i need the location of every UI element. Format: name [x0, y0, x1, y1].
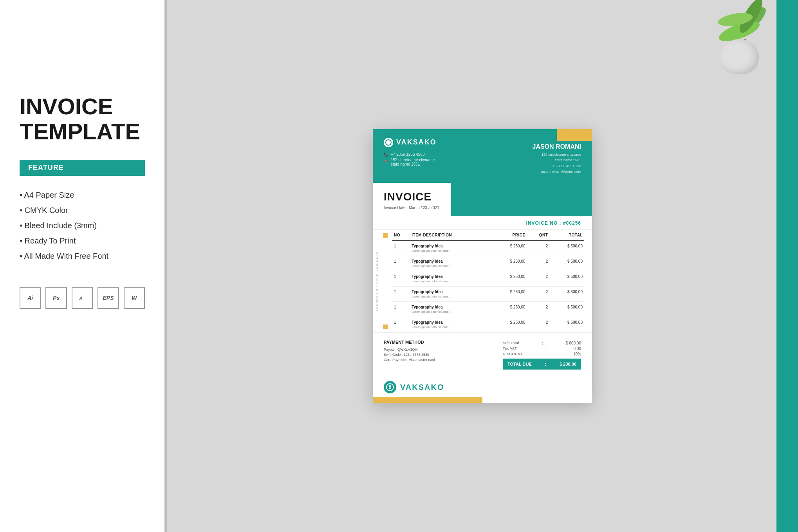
items-table: NO ITEM DESCRIPTION PRICE QNT TOTAL 1 Ty… [392, 230, 584, 332]
col-qnt: QNT [527, 230, 550, 241]
cell-no: 1 [392, 302, 410, 317]
item-desc: Lorem ipsum dolor sit amet, [412, 310, 450, 314]
payment-section: PAYMENT METHOD Paypal : QWKLA3QI4 Swift … [373, 332, 592, 376]
cell-total: $ 500,00 [549, 287, 584, 302]
col-total: TOTAL [549, 230, 584, 241]
cell-total: $ 500,00 [549, 317, 584, 332]
table-row: 1 Typography Idea Lorem ipsum dolor sit … [392, 256, 584, 271]
svg-text:A: A [79, 296, 83, 301]
svg-point-10 [389, 385, 391, 388]
item-name: Typography Idea [412, 274, 491, 279]
discount-value: 10% [573, 352, 581, 356]
invoice-title-section: INVOICE Invoice Date : March / 23 / 2021 [373, 183, 592, 216]
invoice-document: VAKSAKO 📞 +7 2356 1235 4568 📍 152 street… [373, 129, 592, 403]
cell-price: $ 250,00 [492, 256, 527, 271]
cell-total: $ 500,00 [549, 271, 584, 287]
feature-item-1: A4 Paper Size [20, 188, 145, 203]
total-label: TOTAL DUE [507, 362, 532, 366]
item-name: Typography Idea [412, 305, 491, 309]
cell-description: Typography Idea Lorem ipsum dolor sit am… [410, 287, 492, 302]
phone-icon: 📞 [384, 152, 388, 157]
cell-qnt: 2 [527, 287, 550, 302]
subtotal-colon: : [542, 341, 543, 345]
table-row: 1 Typography Idea Lorem ipsum dolor sit … [392, 241, 584, 256]
payment-left: PAYMENT METHOD Paypal : QWKLA3QI4 Swift … [384, 340, 435, 370]
item-desc: Lorem ipsum dolor sit amet, [412, 325, 450, 329]
client-name: JASON ROMANI [533, 143, 581, 150]
card-detail: Card Payment : visa,master card [384, 358, 435, 362]
cell-description: Typography Idea Lorem ipsum dolor sit am… [410, 241, 492, 256]
cell-qnt: 2 [527, 317, 550, 332]
payment-row: PAYMENT METHOD Paypal : QWKLA3QI4 Swift … [384, 340, 581, 370]
teal-edge-accent [776, 0, 798, 532]
phone-row: 📞 +7 2356 1235 4568 [384, 152, 437, 157]
tax-value: 0,00 [574, 346, 581, 351]
feature-badge: FEATURE [20, 160, 145, 176]
cell-total: $ 500,00 [549, 241, 584, 256]
sideways-text: THANKS FOR YOUR BUSINESS [376, 251, 379, 311]
title-green-bar [451, 183, 592, 216]
total-due-row: TOTAL DUE : $ 230,00 [503, 359, 581, 370]
cell-price: $ 250,00 [492, 271, 527, 287]
feature-item-4: Ready To Print [20, 233, 145, 249]
card-label: Card Payment : [384, 358, 408, 362]
date-label: Invoice Date [384, 206, 406, 210]
item-desc: Lorem ipsum dolor sit amet, [412, 295, 450, 298]
item-desc: Lorem ipsum dolor sit amet, [412, 280, 450, 283]
total-value: $ 230,00 [560, 362, 576, 366]
invoice-header: VAKSAKO 📞 +7 2356 1235 4568 📍 152 street… [373, 129, 592, 183]
subtotal-value: $ 800,00 [566, 341, 581, 345]
date-value: March / 23 / 2021 [409, 206, 439, 210]
cell-total: $ 500,00 [549, 302, 584, 317]
footer-brand-icon [384, 381, 396, 393]
svg-rect-8 [387, 141, 390, 144]
paypal-value: QWKLA3QI4 [397, 348, 418, 352]
cell-qnt: 2 [527, 271, 550, 287]
cell-qnt: 2 [527, 302, 550, 317]
vase [720, 39, 759, 74]
cell-qnt: 2 [527, 241, 550, 256]
paypal-detail: Paypal : QWKLA3QI4 [384, 348, 435, 352]
features-list: A4 Paper Size CMYK Color Bleed Include (… [20, 188, 145, 264]
bottom-yellow-accent [373, 397, 482, 403]
item-desc: Lorem ipsum dolor sit amet, [412, 249, 450, 252]
item-name: Typography Idea [412, 244, 491, 248]
invoice-number: INVOICE NO : #00256 [526, 220, 581, 226]
invoice-title-box: INVOICE Invoice Date : March / 23 / 2021 [373, 183, 451, 216]
plant-decoration [688, 0, 775, 80]
cell-description: Typography Idea Lorem ipsum dolor sit am… [410, 317, 492, 332]
table-row: 1 Typography Idea Lorem ipsum dolor sit … [392, 287, 584, 302]
table-row: 1 Typography Idea Lorem ipsum dolor sit … [392, 271, 584, 287]
address-row: 📍 152 streetname cityname,state name 256… [384, 158, 437, 166]
cell-no: 1 [392, 271, 410, 287]
acrobat-icon: A [72, 287, 93, 309]
brand-name-row: VAKSAKO [384, 138, 437, 147]
cell-price: $ 250,00 [492, 287, 527, 302]
invoice-table-section: THANKS FOR YOUR BUSINESS NO ITEM DESCRIP… [373, 230, 592, 332]
total-colon: : [545, 362, 547, 366]
yellow-square-top [383, 233, 388, 238]
discount-colon: : [547, 352, 549, 356]
invoice-table: NO ITEM DESCRIPTION PRICE QNT TOTAL 1 Ty… [389, 230, 592, 332]
invoice-title-text: INVOICE [384, 191, 440, 203]
swift-detail: Swift Code : 1234 5678 2539 [384, 353, 435, 357]
tax-colon: : [545, 346, 546, 351]
brand-name-text: VAKSAKO [396, 138, 437, 146]
client-details: 152 streetname cityname state name 2561 … [533, 152, 581, 175]
discount-label: DISCOUNT [503, 352, 523, 356]
item-name: Typography Idea [412, 259, 491, 263]
address-text: 152 streetname cityname,state name 2561 [391, 158, 436, 166]
cell-description: Typography Idea Lorem ipsum dolor sit am… [410, 271, 492, 287]
item-desc: Lorem ipsum dolor sit amet, [412, 264, 450, 268]
swift-value: 1234 5678 2539 [404, 353, 429, 357]
cell-total: $ 500,00 [549, 256, 584, 271]
address-icon: 📍 [384, 160, 388, 164]
col-description: ITEM DESCRIPTION [410, 230, 492, 241]
ps-icon: Ps [45, 287, 67, 309]
col-price: PRICE [492, 230, 527, 241]
paypal-label: Paypal [384, 348, 395, 352]
page-title: INVOICETEMPLATE [20, 94, 145, 144]
table-row: 1 Typography Idea Lorem ipsum dolor sit … [392, 302, 584, 317]
col-no: NO [392, 230, 410, 241]
software-icons: Ai Ps A EPS W [20, 287, 145, 309]
